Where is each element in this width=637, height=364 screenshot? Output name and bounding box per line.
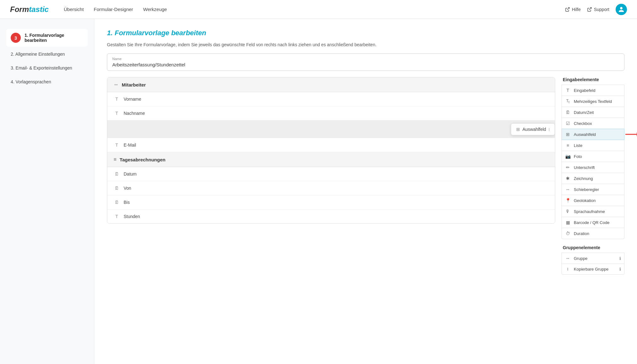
- form-name-label: Name: [112, 57, 619, 61]
- sidebar-item-step1[interactable]: 3 1. Formularvorlage bearbeiten: [6, 29, 88, 47]
- duration-icon: ⏱: [565, 231, 571, 236]
- sidebar-item-step2[interactable]: 2. Allgemeine Einstellungen: [6, 48, 88, 60]
- gruppe-label: Gruppe: [574, 256, 616, 261]
- panel-sprachaufnahme[interactable]: 🎙 Sprachaufnahme: [562, 206, 624, 217]
- panel-schieberegler[interactable]: ↔ Schieberegler: [562, 184, 624, 195]
- input-elements-section: Eingabeelemente T Eingabefeld Tt Mehrzei…: [562, 77, 624, 239]
- logo-form-text: Form: [10, 5, 29, 14]
- nav-designer[interactable]: Formular-Designer: [94, 7, 133, 12]
- field-vorname[interactable]: T Vorname: [107, 92, 555, 106]
- barcode-icon: ▦: [565, 220, 571, 225]
- panel-mehrzeiliges[interactable]: Tt Mehrzeiliges Textfeld: [562, 96, 624, 107]
- panel-kopierbare-gruppe[interactable]: I Kopierbare Gruppe ℹ: [562, 264, 624, 275]
- liste-icon: ≡: [565, 143, 571, 148]
- section-tagesabrechnungen-header: ≡ Tagesabrechnungen: [107, 152, 555, 167]
- panel-gruppe[interactable]: ↔ Gruppe ℹ: [562, 253, 624, 264]
- right-panel: Eingabeelemente T Eingabefeld Tt Mehrzei…: [562, 77, 624, 281]
- checkbox-label: Checkbox: [574, 121, 621, 126]
- drag-tooltip-popup: ⊞ Auswahlfeld |: [511, 123, 555, 135]
- logo-tastic-text: tastic: [29, 5, 49, 14]
- main-layout: 3 1. Formularvorlage bearbeiten 2. Allge…: [0, 19, 637, 364]
- foto-label: Foto: [574, 154, 621, 159]
- field-vorname-label: Vorname: [124, 97, 141, 102]
- group-elements-title: Gruppenelemente: [562, 245, 624, 250]
- nav-uebersicht[interactable]: Übersicht: [64, 7, 84, 12]
- kopierbare-icon: I: [565, 267, 571, 272]
- mehrzeiliges-label: Mehrzeiliges Textfeld: [574, 99, 621, 104]
- auswahlfeld-label: Auswahlfeld: [574, 132, 621, 137]
- panel-liste[interactable]: ≡ Liste: [562, 140, 624, 151]
- svg-line-0: [567, 8, 569, 10]
- sidebar-step3-label: 3. Email- & Exporteinstellungen: [11, 65, 72, 70]
- field-datum-label: Datum: [124, 171, 137, 176]
- panel-foto[interactable]: 📷 Foto: [562, 151, 624, 162]
- datum-icon: 🗓: [565, 110, 571, 115]
- field-von[interactable]: 🗓 Von: [107, 181, 555, 195]
- cursor-indicator: |: [549, 127, 550, 131]
- zeichnung-icon: ✱: [565, 176, 571, 181]
- help-link[interactable]: Hilfe: [565, 7, 581, 12]
- panel-checkbox[interactable]: ☑ Checkbox: [562, 118, 624, 129]
- panel-datum-zeit[interactable]: 🗓 Datum/Zeit: [562, 107, 624, 118]
- panel-unterschrift[interactable]: ✏ Unterschrift: [562, 162, 624, 173]
- mehrzeiliges-icon: Tt: [565, 99, 571, 104]
- section-tages-icon: ≡: [114, 157, 116, 162]
- eingabefeld-icon: T: [565, 88, 571, 93]
- panel-geolokation[interactable]: 📍 Geolokation: [562, 195, 624, 206]
- field-stunden[interactable]: T Stunden: [107, 210, 555, 223]
- sidebar-step2-label: 2. Allgemeine Einstellungen: [11, 52, 65, 57]
- step-badge: 3: [11, 33, 21, 43]
- eingabefeld-label: Eingabefeld: [574, 88, 621, 93]
- form-canvas: ↔ Mitarbeiter T Vorname T Nachname ⊞ Aus…: [107, 77, 555, 224]
- field-datum[interactable]: 🗓 Datum: [107, 167, 555, 181]
- svg-line-1: [589, 8, 591, 10]
- panel-eingabefeld[interactable]: T Eingabefeld: [562, 85, 624, 96]
- builder-area: ↔ Mitarbeiter T Vorname T Nachname ⊞ Aus…: [107, 77, 624, 281]
- sidebar: 3 1. Formularvorlage bearbeiten 2. Allge…: [0, 19, 94, 364]
- sidebar-step4-label: 4. Vorlagensprachen: [11, 79, 51, 84]
- main-nav: Übersicht Formular-Designer Werkzeuge: [64, 7, 565, 12]
- schieberegler-icon: ↔: [565, 187, 571, 192]
- section-mitarbeiter-header: ↔ Mitarbeiter: [107, 77, 555, 92]
- geolokation-label: Geolokation: [574, 198, 621, 203]
- field-type-date-icon: 🗓: [114, 171, 120, 176]
- nav-werkzeuge[interactable]: Werkzeuge: [143, 7, 167, 12]
- kopierbare-label: Kopierbare Gruppe: [574, 267, 616, 272]
- field-bis[interactable]: 🗓 Bis: [107, 195, 555, 210]
- panel-duration[interactable]: ⏱ Duration: [562, 228, 624, 239]
- tooltip-icon: ⊞: [516, 127, 520, 132]
- field-type-text-icon-4: T: [114, 214, 120, 219]
- auswahlfeld-icon: ⊞: [565, 132, 571, 137]
- person-icon: [618, 6, 624, 13]
- field-nachname-label: Nachname: [124, 111, 145, 116]
- field-nachname[interactable]: T Nachname: [107, 106, 555, 120]
- panel-zeichnung[interactable]: ✱ Zeichnung: [562, 173, 624, 184]
- header: Formtastic Übersicht Formular-Designer W…: [0, 0, 637, 19]
- field-type-date-icon-3: 🗓: [114, 200, 120, 205]
- field-type-date-icon-2: 🗓: [114, 186, 120, 191]
- field-von-label: Von: [124, 186, 131, 191]
- field-type-text-icon-2: T: [114, 111, 120, 116]
- tooltip-label: Auswahlfeld: [522, 127, 546, 132]
- page-title: 1. Formularvorlage bearbeiten: [107, 29, 624, 37]
- gruppe-info-icon[interactable]: ℹ: [619, 256, 621, 261]
- support-link[interactable]: Support: [587, 7, 609, 12]
- sidebar-item-step3[interactable]: 3. Email- & Exporteinstellungen: [6, 62, 88, 74]
- main-content: 1. Formularvorlage bearbeiten Gestalten …: [94, 19, 637, 364]
- red-arrow-icon: [625, 131, 637, 137]
- liste-label: Liste: [574, 143, 621, 148]
- kopierbare-info-icon[interactable]: ℹ: [619, 267, 621, 272]
- field-drop-zone[interactable]: ⊞ Auswahlfeld |: [107, 120, 555, 138]
- field-email[interactable]: T E-Mail: [107, 138, 555, 152]
- field-stunden-label: Stunden: [124, 214, 140, 219]
- sprachaufnahme-label: Sprachaufnahme: [574, 209, 621, 214]
- panel-barcode[interactable]: ▦ Barcode / QR Code: [562, 217, 624, 228]
- form-name-value: Arbeitszeiterfassung/Stundenzettel: [112, 62, 619, 67]
- logo: Formtastic: [10, 5, 49, 14]
- sidebar-step1-label: 1. Formularvorlage bearbeiten: [25, 33, 83, 43]
- panel-auswahlfeld[interactable]: ⊞ Auswahlfeld: [562, 129, 624, 140]
- user-avatar[interactable]: [616, 4, 627, 15]
- foto-icon: 📷: [565, 154, 571, 159]
- group-elements-section: Gruppenelemente ↔ Gruppe ℹ I Kopierbare …: [562, 245, 624, 275]
- sidebar-item-step4[interactable]: 4. Vorlagensprachen: [6, 76, 88, 88]
